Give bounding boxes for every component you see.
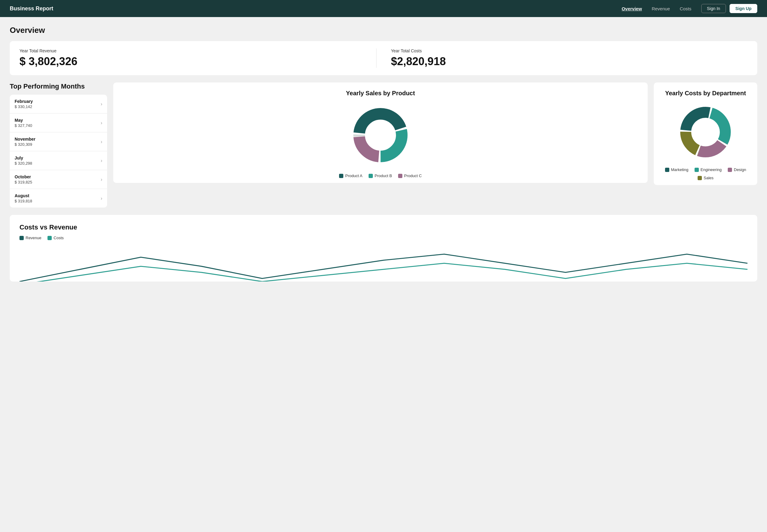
legend-design: Design: [728, 167, 746, 172]
month-value: $ 330,142: [15, 104, 33, 109]
chevron-right-icon: ›: [101, 120, 102, 126]
yearly-costs-card: Yearly Costs by Department: [654, 82, 757, 185]
month-name: May: [15, 118, 32, 123]
brand-title: Business Report: [10, 5, 53, 12]
month-name: November: [15, 137, 35, 142]
month-item-october[interactable]: October $ 319,825 ›: [10, 170, 107, 189]
chevron-right-icon: ›: [101, 139, 102, 145]
legend-product-b: Product B: [369, 173, 392, 178]
product-a-color: [339, 174, 343, 178]
svg-point-13: [692, 118, 720, 146]
revenue-summary: Year Total Revenue $ 3,802,326: [19, 48, 376, 68]
nav-links: Overview Revenue Costs: [622, 6, 691, 11]
product-b-color: [369, 174, 373, 178]
costs-revenue-title: Costs vs Revenue: [19, 223, 748, 231]
revenue-value: $ 3,802,326: [19, 55, 376, 68]
product-c-label: Product C: [404, 173, 422, 178]
month-value: $ 320,298: [15, 161, 32, 166]
design-label: Design: [734, 167, 746, 172]
product-b-label: Product B: [375, 173, 392, 178]
yearly-sales-title: Yearly Sales by Product: [119, 90, 642, 97]
sales-label: Sales: [704, 176, 714, 180]
design-color: [728, 168, 732, 172]
legend-product-a: Product A: [339, 173, 362, 178]
line-chart-svg: [19, 245, 748, 282]
month-name: February: [15, 99, 33, 104]
costs-revenue-legend: Revenue Costs: [19, 236, 748, 240]
marketing-label: Marketing: [671, 167, 688, 172]
product-c-color: [398, 174, 402, 178]
top-months-title: Top Performing Months: [10, 82, 107, 90]
month-name: October: [15, 174, 32, 179]
month-value: $ 320,309: [15, 142, 35, 147]
nav-revenue[interactable]: Revenue: [652, 6, 670, 11]
product-a-label: Product A: [345, 173, 362, 178]
month-name: July: [15, 156, 32, 160]
top-months-section: Top Performing Months February $ 330,142…: [10, 82, 107, 208]
month-item-february[interactable]: February $ 330,142 ›: [10, 95, 107, 114]
month-value: $ 319,825: [15, 180, 32, 184]
costs-label: Year Total Costs: [391, 48, 748, 53]
yearly-costs-chart: [660, 102, 751, 163]
month-value: $ 327,740: [15, 123, 32, 128]
month-item-may[interactable]: May $ 327,740 ›: [10, 114, 107, 132]
main-content: Overview Year Total Revenue $ 3,802,326 …: [0, 17, 767, 290]
chevron-right-icon: ›: [101, 101, 102, 107]
chevron-right-icon: ›: [101, 196, 102, 201]
month-item-july[interactable]: July $ 320,298 ›: [10, 151, 107, 170]
costs-summary: Year Total Costs $2,820,918: [376, 48, 748, 68]
product-donut-svg: [347, 102, 414, 169]
chevron-right-icon: ›: [101, 158, 102, 163]
nav-auth-buttons: Sign In Sign Up: [701, 4, 757, 13]
legend-revenue: Revenue: [19, 236, 41, 240]
yearly-costs-title: Yearly Costs by Department: [660, 90, 751, 97]
month-value: $ 319,818: [15, 199, 32, 203]
legend-costs-line: Costs: [47, 236, 64, 240]
revenue-label: Year Total Revenue: [19, 48, 376, 53]
dept-donut-svg: [675, 102, 736, 163]
engineering-color: [695, 168, 699, 172]
marketing-color: [665, 168, 669, 172]
costs-color-dot: [47, 236, 52, 240]
month-item-august[interactable]: August $ 319,818 ›: [10, 189, 107, 208]
revenue-color-dot: [19, 236, 24, 240]
nav-costs[interactable]: Costs: [680, 6, 691, 11]
costs-revenue-card: Costs vs Revenue Revenue Costs: [10, 215, 757, 282]
engineering-label: Engineering: [701, 167, 722, 172]
summary-card: Year Total Revenue $ 3,802,326 Year Tota…: [10, 41, 757, 75]
costs-legend-label: Costs: [54, 236, 64, 240]
yearly-sales-legend: Product A Product B Product C: [119, 173, 642, 178]
revenue-legend-label: Revenue: [26, 236, 41, 240]
signup-button[interactable]: Sign Up: [730, 4, 757, 13]
legend-marketing: Marketing: [665, 167, 688, 172]
middle-row: Top Performing Months February $ 330,142…: [10, 82, 757, 208]
legend-sales: Sales: [698, 176, 714, 180]
line-chart-area: [19, 245, 748, 282]
legend-engineering: Engineering: [695, 167, 722, 172]
legend-product-c: Product C: [398, 173, 422, 178]
signin-button[interactable]: Sign In: [701, 4, 726, 13]
costs-value: $2,820,918: [391, 55, 748, 68]
yearly-costs-legend: Marketing Engineering Design Sales: [660, 167, 751, 180]
page-title: Overview: [10, 26, 757, 35]
yearly-sales-chart: [119, 102, 642, 169]
nav-overview[interactable]: Overview: [622, 6, 642, 11]
svg-point-4: [365, 120, 396, 150]
month-name: August: [15, 193, 32, 198]
navbar: Business Report Overview Revenue Costs S…: [0, 0, 767, 17]
month-item-november[interactable]: November $ 320,309 ›: [10, 132, 107, 151]
chevron-right-icon: ›: [101, 177, 102, 182]
yearly-sales-card: Yearly Sales by Product: [113, 82, 648, 183]
sales-color: [698, 176, 702, 180]
months-list: February $ 330,142 › May $ 327,740 › Nov…: [10, 95, 107, 208]
